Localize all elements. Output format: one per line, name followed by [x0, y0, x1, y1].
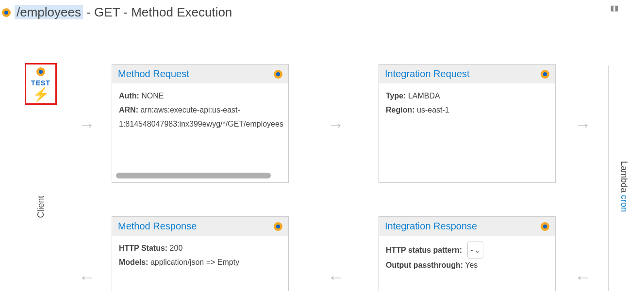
http-method: GET	[94, 5, 120, 19]
status-dot-icon	[274, 70, 282, 79]
page-title: /employees - GET - Method Execution	[15, 5, 232, 20]
test-button[interactable]: TEST ⚡	[25, 63, 57, 105]
method-request-panel: Method Request Auth: NONE ARN: arn:aws:e…	[112, 64, 289, 183]
lambda-function-link[interactable]: cron	[619, 195, 629, 212]
method-request-header[interactable]: Method Request	[112, 65, 288, 83]
status-dot-icon	[274, 222, 282, 231]
method-response-header[interactable]: Method Response	[112, 217, 288, 236]
client-column: TEST ⚡ Client	[22, 63, 59, 212]
panel-title: Integration Response	[385, 221, 477, 232]
lambda-label: Lambda cron	[619, 161, 629, 212]
integration-request-panel: Integration Request Type: LAMBDA Region:…	[379, 64, 556, 183]
panel-body: HTTP status pattern: - Output passthroug…	[379, 236, 555, 278]
panel-body: HTTP Status: 200 Models: application/jso…	[112, 236, 288, 275]
panel-body: Type: LAMBDA Region: us-east-1	[379, 83, 555, 123]
bolt-icon: ⚡	[33, 88, 50, 101]
status-dot-icon	[541, 70, 549, 79]
integration-response-header[interactable]: Integration Response	[379, 217, 555, 236]
arrow-left-icon	[79, 269, 95, 285]
status-pattern-select[interactable]: -	[467, 242, 484, 259]
status-dot-icon	[541, 222, 549, 231]
diagram-canvas: TEST ⚡ Client Method Request Auth: NONE …	[0, 24, 644, 286]
lambda-column: Lambda cron	[608, 65, 639, 291]
arrow-right-icon	[328, 116, 344, 133]
panel-body: Auth: NONE ARN: arn:aws:execute-api:us-e…	[112, 83, 288, 170]
arrow-right-icon	[575, 116, 591, 133]
arrow-right-icon	[79, 116, 95, 133]
page-subtitle: Method Execution	[131, 5, 232, 19]
client-label: Client	[36, 195, 46, 218]
integration-response-panel: Integration Response HTTP status pattern…	[379, 216, 556, 291]
resource-path: /employees	[15, 5, 83, 19]
arrow-left-icon	[328, 269, 344, 285]
integration-request-header[interactable]: Integration Request	[379, 65, 555, 83]
panel-title: Method Response	[118, 221, 197, 232]
scrollbar-thumb[interactable]	[116, 173, 271, 178]
method-response-panel: Method Response HTTP Status: 200 Models:…	[112, 216, 289, 291]
docs-icon[interactable]	[609, 4, 620, 16]
test-label: TEST	[31, 79, 50, 87]
page-header: /employees - GET - Method Execution	[0, 0, 644, 24]
status-dot-icon	[36, 67, 45, 76]
arrow-left-icon	[575, 269, 591, 285]
panel-title: Integration Request	[385, 68, 470, 80]
panel-title: Method Request	[118, 68, 189, 80]
status-dot-icon	[2, 8, 11, 17]
